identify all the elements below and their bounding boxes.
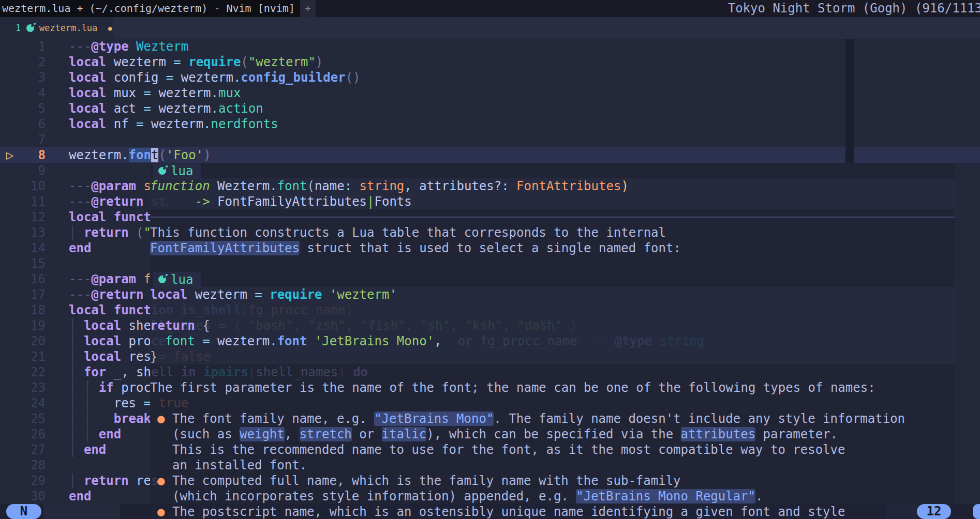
line-number: 15 [0, 256, 46, 271]
syntax-token: , [121, 365, 128, 379]
scrollbar-thumb[interactable] [845, 39, 854, 163]
statusline-right-cap [973, 504, 980, 519]
popup-row-cont: (such as weight, stretch or italic), whi… [150, 426, 955, 442]
syntax-token: local [69, 86, 106, 100]
statusline-segment [43, 504, 120, 519]
code-line[interactable]: 7 [0, 132, 980, 147]
syntax-token: attributes [419, 179, 494, 193]
syntax-token: if [99, 380, 114, 395]
syntax-token: _ [106, 365, 121, 379]
syntax-token: mux [218, 86, 241, 100]
syntax-token: ( [158, 148, 166, 162]
buffer-modified-icon: ● [108, 24, 112, 32]
syntax-token: return [84, 474, 129, 488]
syntax-token: wezterm [173, 70, 233, 85]
inline-code: "JetBrains Mono Regular" [576, 489, 755, 503]
cursor-col-indicator: 12 [917, 504, 951, 519]
syntax-token: local [84, 334, 121, 348]
syntax-token: │ [69, 318, 84, 333]
line-number: 20 [0, 333, 46, 349]
syntax-token [136, 179, 143, 193]
code-text: local funct [69, 209, 151, 225]
syntax-token: | [367, 194, 374, 209]
syntax-token [136, 272, 143, 286]
syntax-token: res [99, 396, 144, 410]
syntax-token: end [69, 489, 91, 503]
syntax-token: () [346, 70, 361, 85]
line-number: 19 [0, 318, 46, 333]
syntax-token [150, 334, 165, 348]
syntax-token: @return [91, 194, 143, 209]
syntax-token: The postscript name, which is an ostensi… [172, 505, 845, 519]
syntax-token: require [270, 287, 322, 302]
bullet-icon: ● [157, 473, 165, 489]
popup-row-code: local wezterm = require 'wezterm' [150, 287, 955, 302]
line-number: 26 [0, 426, 46, 442]
syntax-token: ( [307, 179, 314, 193]
code-line[interactable]: 6local nf = wezterm.nerdfonts [0, 116, 980, 132]
syntax-token: , [434, 334, 441, 348]
line-number: 2 [0, 54, 46, 70]
syntax-token [352, 179, 359, 193]
line-number: 4 [0, 85, 46, 101]
line-number: 11 [0, 194, 46, 209]
syntax-token: -> [195, 194, 210, 209]
syntax-token: │ [69, 442, 84, 457]
syntax-token [307, 334, 314, 348]
new-tab-button[interactable]: + [300, 0, 316, 17]
popup-bullet-text: The postscript name, which is an ostensi… [150, 504, 845, 519]
buffer-tab-wezterm-lua[interactable]: 1 wezterm.lua ● [0, 17, 113, 39]
bullet-icon: ● [157, 411, 165, 426]
syntax-token: = [255, 287, 262, 302]
syntax-token: proc [114, 380, 151, 395]
code-line[interactable]: 3local config = wezterm.config_builder() [0, 70, 980, 85]
popup-language-header: lua [153, 272, 201, 287]
code-text: │ │ break [69, 411, 151, 426]
line-number: 5 [0, 101, 46, 116]
popup-row-blank [150, 395, 955, 411]
terminal-tab-bar: wezterm.lua + (~/.config/wezterm) - Nvim… [0, 0, 980, 17]
syntax-token: t [151, 148, 158, 162]
code-line[interactable]: 4local mux = wezterm.mux [0, 85, 980, 101]
terminal-tab-active[interactable]: wezterm.lua + (~/.config/wezterm) - Nvim… [0, 0, 300, 17]
syntax-token: (such as [172, 427, 240, 441]
lsp-hover-popup[interactable]: luafunction Wezterm.font(name: string, a… [150, 163, 955, 519]
syntax-token: │ │ [69, 396, 99, 410]
syntax-token: local [69, 70, 106, 85]
popup-bullet-text: The computed full name, which is the fam… [150, 473, 681, 489]
syntax-token: wezterm [187, 287, 255, 302]
syntax-token: local [69, 210, 106, 224]
syntax-token: --- [69, 287, 91, 302]
popup-row-code: return { [150, 318, 955, 333]
syntax-token: @param [91, 179, 136, 193]
popup-row-bullet: ●The postscript name, which is an ostens… [150, 504, 955, 519]
line-number: 30 [0, 489, 46, 504]
syntax-token: nf [106, 117, 136, 131]
code-line[interactable]: 5local act = wezterm.action [0, 101, 980, 116]
syntax-token: ) [316, 55, 323, 69]
code-line[interactable]: 2local wezterm = require("wezterm") [0, 54, 980, 70]
syntax-token: function [150, 179, 210, 193]
syntax-token: local [69, 101, 106, 116]
syntax-token [129, 39, 136, 54]
code-line[interactable]: 8▷wezterm.font('Foo') [0, 147, 980, 163]
line-number: 25 [0, 411, 46, 426]
popup-row-header: lua [150, 271, 955, 287]
syntax-token: nerdfonts [211, 117, 278, 131]
syntax-token: config_builder [241, 70, 345, 85]
syntax-token [210, 194, 217, 209]
code-line[interactable]: 1---@type Wezterm [0, 39, 980, 54]
syntax-token: local [150, 287, 187, 302]
syntax-token: } [150, 349, 157, 364]
breakpoint-sign-icon[interactable]: ▷ [6, 147, 13, 163]
syntax-token: config [106, 70, 166, 85]
popup-row-divider [150, 209, 955, 225]
syntax-token: │ [69, 365, 84, 379]
bullet-icon: ● [157, 504, 165, 519]
syntax-token: . [211, 86, 218, 100]
mode-indicator: N [6, 504, 41, 519]
bufferline: 1 wezterm.lua ● [0, 17, 980, 39]
syntax-token: or [352, 427, 382, 441]
code-text: local wezterm = require("wezterm") [69, 54, 323, 70]
line-number: 16 [0, 271, 46, 287]
